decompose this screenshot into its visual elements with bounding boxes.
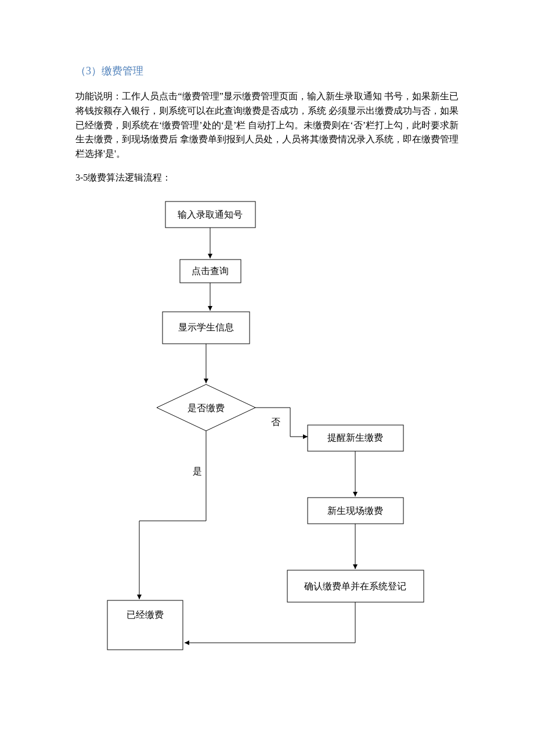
sub-heading: 3-5缴费算法逻辑流程： <box>75 172 459 184</box>
edge-n4-n8 <box>139 431 206 599</box>
body-text: 功能说明：工作人员点击“缴费管理”显示缴费管理页面，输入新生录取通知 书号，如果… <box>75 89 459 161</box>
edge-n4-n5 <box>255 408 308 437</box>
node-confirm-label: 确认缴费单并在系统登记 <box>304 581 406 591</box>
label-no: 否 <box>271 417 280 427</box>
node-showinfo-label: 显示学生信息 <box>178 322 234 332</box>
node-onsite-label: 新生现场缴费 <box>327 506 383 516</box>
label-yes: 是 <box>193 466 202 476</box>
node-remind-label: 提醒新生缴费 <box>327 433 383 442</box>
flowchart: 输入录取通知号 点击查询 显示学生信息 是否缴费 否 是 <box>81 196 464 707</box>
edge-n7-n8 <box>185 602 355 643</box>
node-paid <box>107 600 183 650</box>
section-title: （3）缴费管理 <box>75 64 459 78</box>
node-decision-label: 是否缴费 <box>187 403 225 413</box>
node-input-label: 输入录取通知号 <box>178 210 243 219</box>
node-query-label: 点击查询 <box>192 266 229 276</box>
node-paid-label: 已经缴费 <box>127 610 164 620</box>
